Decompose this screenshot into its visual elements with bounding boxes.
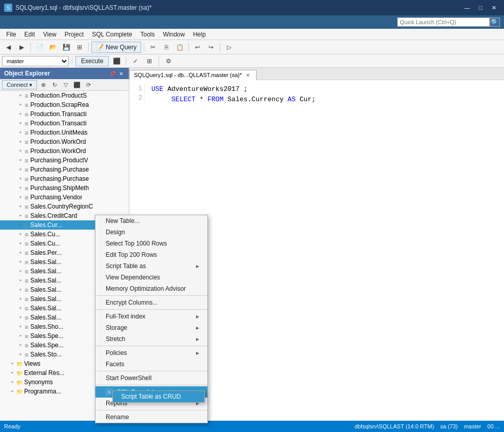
tree-item[interactable]: +⊞Production.ScrapRea	[0, 100, 129, 109]
oe-stop-button[interactable]: ⬛	[72, 80, 82, 89]
ctx-select-top-1000-label: Select Top 1000 Rows	[106, 240, 167, 247]
oe-toolbar: Connect ▾ ⊗ ↻ ▽ ⬛ ⟳	[0, 79, 129, 91]
menu-edit[interactable]: Edit	[20, 30, 39, 39]
ctx-new-table-label: New Table...	[106, 217, 140, 224]
back-button[interactable]: ◀	[2, 42, 14, 53]
new-file-button[interactable]: 📄	[33, 42, 46, 53]
table-icon: ⊞	[25, 176, 29, 182]
ctx-storage[interactable]: Storage	[95, 322, 207, 333]
tree-item[interactable]: +⊞Purchasing.Purchase	[0, 165, 129, 174]
tree-item-label: Production.UnitMeas	[30, 129, 87, 136]
menu-project[interactable]: Project	[61, 30, 88, 39]
tree-expand-icon: +	[10, 370, 15, 375]
ctx-rename[interactable]: Rename	[95, 411, 207, 423]
maximize-button[interactable]: □	[474, 3, 487, 13]
table-icon: ⊞	[25, 324, 29, 330]
ctx-memory-optimization-label: Memory Optimization Advisor	[106, 285, 186, 292]
tree-item[interactable]: +⊞Purchasing.Purchase	[0, 174, 129, 183]
tree-item[interactable]: +⊞Purchasing.ShipMeth	[0, 183, 129, 193]
database-dropdown[interactable]: master	[2, 56, 69, 66]
oe-filter-button[interactable]: ▽	[61, 80, 71, 89]
submenu-script-table-crud[interactable]: Script Table as CRUD	[113, 391, 204, 402]
cut-button[interactable]: ✂	[147, 42, 159, 53]
ctx-edit-top-200[interactable]: Edit Top 200 Rows	[95, 249, 207, 260]
menu-file[interactable]: File	[2, 30, 20, 39]
ctx-fulltext-index[interactable]: Full-Text index	[95, 311, 207, 322]
ctx-facets[interactable]: Facets	[95, 359, 207, 370]
debug-button[interactable]: ▷	[223, 42, 235, 53]
close-button[interactable]: ✕	[488, 3, 500, 13]
ctx-script-table-as-label: Script Table as	[106, 262, 146, 270]
toolbar-separator-2	[88, 43, 89, 52]
display-button[interactable]: ⊞	[143, 55, 156, 67]
menu-window[interactable]: Window	[159, 30, 189, 39]
ctx-stretch[interactable]: Stretch	[95, 333, 207, 345]
undo-button[interactable]: ↩	[191, 42, 204, 53]
editor-content[interactable]: USE AdventureWorks2017 ; SELECT * FROM S…	[151, 84, 500, 104]
forward-button[interactable]: ▶	[15, 42, 28, 53]
oe-connect-button[interactable]: Connect ▾	[2, 80, 37, 89]
tree-item[interactable]: +⊞Sales.CountryRegionC	[0, 202, 129, 211]
tree-item[interactable]: +⊞Purchasing.Vendor	[0, 193, 129, 202]
title-bar-left: S SQLQuery1.sql - dbfsqlsrv\SQLLAST.mast…	[4, 4, 151, 12]
ctx-design-label: Design	[106, 229, 125, 236]
oe-sync-button[interactable]: ⟳	[83, 80, 93, 89]
tree-item[interactable]: +⊞Production.UnitMeas	[0, 128, 129, 137]
stop-button[interactable]: ⬛	[110, 55, 123, 67]
ctx-start-powershell[interactable]: Start PowerShell	[95, 372, 207, 384]
ctx-script-table-as[interactable]: Script Table as	[95, 260, 207, 272]
ctx-encrypt-columns[interactable]: Encrypt Columns...	[95, 297, 207, 308]
tree-item-label: Sales.CountryRegionC	[30, 203, 93, 210]
copy-button[interactable]: ⎘	[160, 42, 172, 53]
tree-item[interactable]: +⊞Production.WorkOrd	[0, 137, 129, 146]
redo-button[interactable]: ↪	[205, 42, 217, 53]
tree-item-label: Purchasing.Purchase	[30, 166, 89, 173]
ctx-encrypt-columns-label: Encrypt Columns...	[106, 299, 158, 306]
oe-refresh-button[interactable]: ↻	[49, 80, 60, 89]
tree-item-label: Production.Transacti	[30, 120, 87, 127]
quick-launch-input[interactable]	[397, 17, 490, 27]
tab-bar: SQLQuery1.sql - db...QLLAST.master (sa)*…	[129, 68, 504, 80]
ctx-select-top-1000[interactable]: Select Top 1000 Rows	[95, 238, 207, 249]
paste-button[interactable]: 📋	[173, 42, 186, 53]
tree-item[interactable]: +⊞Production.Transacti	[0, 119, 129, 128]
oe-disconnect-button[interactable]: ⊗	[38, 80, 48, 89]
tree-expand-icon: +	[18, 130, 23, 135]
tree-item-label: Sales.Sto...	[30, 351, 62, 358]
tree-item[interactable]: +⊞Production.ProductS	[0, 91, 129, 100]
save-button[interactable]: 💾	[60, 42, 72, 53]
new-query-button[interactable]: 📝 New Query	[91, 42, 141, 53]
tree-expand-icon: +	[18, 213, 23, 218]
open-button[interactable]: 📂	[47, 42, 59, 53]
table-icon: ⊞	[25, 296, 29, 302]
tab-close-button[interactable]: ✕	[245, 72, 251, 78]
parse-button[interactable]: ✓	[129, 55, 142, 67]
quick-launch-search-button[interactable]: 🔍	[490, 17, 500, 27]
ctx-design[interactable]: Design	[95, 227, 207, 238]
tree-item[interactable]: +⊞Production.Transacti	[0, 109, 129, 119]
oe-close-button[interactable]: ✕	[118, 70, 125, 77]
execute-button[interactable]: Execute	[75, 56, 109, 66]
tree-expand-icon: +	[18, 204, 23, 209]
tree-expand-icon: +	[18, 296, 23, 302]
menu-tools[interactable]: Tools	[136, 30, 159, 39]
save-all-button[interactable]: ⊞	[73, 42, 86, 53]
tree-item[interactable]: +⊞Purchasing.ProductV	[0, 156, 129, 165]
ctx-new-table[interactable]: New Table...	[95, 215, 207, 227]
query-tab-active[interactable]: SQLQuery1.sql - db...QLLAST.master (sa)*…	[129, 70, 257, 80]
tree-item-label: Sales.Sal...	[30, 277, 62, 284]
menu-view[interactable]: View	[39, 30, 61, 39]
oe-pin-button[interactable]: 📌	[109, 70, 116, 77]
settings-button[interactable]: ⚙	[162, 55, 175, 67]
minimize-button[interactable]: —	[461, 3, 473, 13]
table-icon: ⊞	[25, 352, 29, 358]
ctx-memory-optimization[interactable]: Memory Optimization Advisor	[95, 283, 207, 294]
menu-help[interactable]: Help	[189, 30, 210, 39]
tree-expand-icon: +	[18, 158, 23, 163]
table-icon: ⊞	[25, 278, 29, 284]
ctx-policies[interactable]: Policies	[95, 347, 207, 359]
tree-expand-icon: +	[18, 259, 23, 265]
menu-sqlcomplete[interactable]: SQL Complete	[88, 30, 136, 39]
ctx-view-dependencies[interactable]: View Dependencies	[95, 272, 207, 283]
tree-item[interactable]: +⊞Production.WorkOrd	[0, 146, 129, 156]
